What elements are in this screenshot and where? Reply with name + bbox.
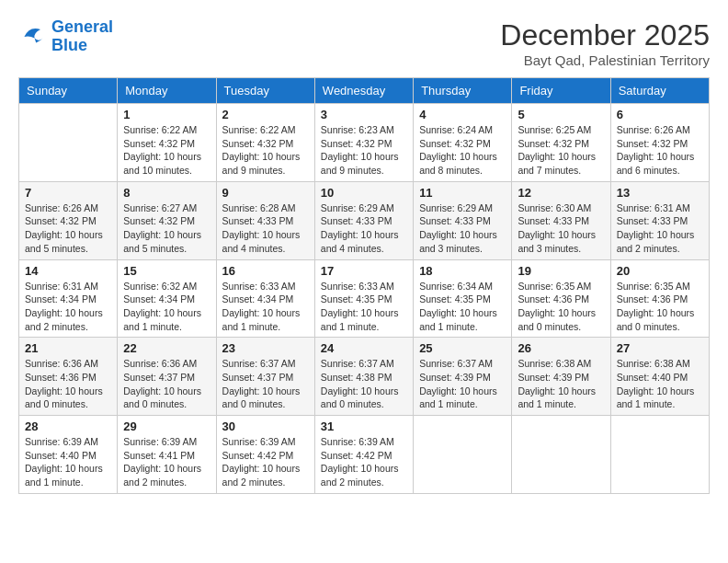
day-info: Sunrise: 6:36 AMSunset: 4:36 PMDaylight:… (25, 357, 111, 411)
page-subtitle: Bayt Qad, Palestinian Territory (500, 52, 710, 68)
calendar-cell: 23Sunrise: 6:37 AMSunset: 4:37 PMDayligh… (216, 338, 314, 416)
logo: General Blue (18, 18, 113, 55)
day-number: 18 (419, 264, 506, 278)
day-number: 9 (222, 186, 309, 200)
calendar-table: SundayMondayTuesdayWednesdayThursdayFrid… (18, 77, 710, 494)
calendar-cell: 3Sunrise: 6:23 AMSunset: 4:32 PMDaylight… (314, 104, 413, 182)
day-info: Sunrise: 6:28 AMSunset: 4:33 PMDaylight:… (222, 201, 309, 256)
calendar-cell: 26Sunrise: 6:38 AMSunset: 4:39 PMDayligh… (512, 338, 610, 416)
day-info: Sunrise: 6:39 AMSunset: 4:40 PMDaylight:… (25, 435, 111, 489)
day-info: Sunrise: 6:33 AMSunset: 4:34 PMDaylight:… (222, 280, 309, 334)
day-info: Sunrise: 6:32 AMSunset: 4:34 PMDaylight:… (123, 280, 210, 334)
day-number: 24 (321, 341, 407, 355)
day-info: Sunrise: 6:29 AMSunset: 4:33 PMDaylight:… (419, 201, 506, 256)
day-info: Sunrise: 6:30 AMSunset: 4:33 PMDaylight:… (518, 201, 604, 256)
calendar-cell: 14Sunrise: 6:31 AMSunset: 4:34 PMDayligh… (19, 259, 118, 338)
page-title: December 2025 (500, 18, 710, 52)
day-number: 4 (419, 108, 506, 121)
logo-text-line2: Blue (51, 37, 113, 55)
day-number: 21 (25, 341, 111, 355)
calendar-cell: 19Sunrise: 6:35 AMSunset: 4:36 PMDayligh… (512, 259, 610, 338)
calendar-cell: 21Sunrise: 6:36 AMSunset: 4:36 PMDayligh… (19, 338, 118, 416)
weekday-header-friday: Friday (512, 78, 610, 104)
calendar-cell: 17Sunrise: 6:33 AMSunset: 4:35 PMDayligh… (314, 259, 413, 338)
day-info: Sunrise: 6:22 AMSunset: 4:32 PMDaylight:… (123, 123, 210, 178)
weekday-header-wednesday: Wednesday (314, 78, 413, 104)
calendar-cell: 13Sunrise: 6:31 AMSunset: 4:33 PMDayligh… (610, 181, 709, 259)
weekday-header-tuesday: Tuesday (216, 78, 314, 104)
day-number: 1 (123, 108, 210, 121)
calendar-cell: 29Sunrise: 6:39 AMSunset: 4:41 PMDayligh… (118, 416, 216, 494)
day-info: Sunrise: 6:25 AMSunset: 4:32 PMDaylight:… (518, 123, 604, 178)
day-number: 5 (518, 108, 604, 121)
day-number: 6 (617, 108, 703, 121)
weekday-header-row: SundayMondayTuesdayWednesdayThursdayFrid… (19, 78, 710, 104)
calendar-cell: 11Sunrise: 6:29 AMSunset: 4:33 PMDayligh… (414, 181, 512, 259)
calendar-cell: 16Sunrise: 6:33 AMSunset: 4:34 PMDayligh… (216, 259, 314, 338)
calendar-week-4: 21Sunrise: 6:36 AMSunset: 4:36 PMDayligh… (19, 338, 710, 416)
weekday-header-thursday: Thursday (414, 78, 512, 104)
calendar-cell: 1Sunrise: 6:22 AMSunset: 4:32 PMDaylight… (118, 104, 216, 182)
day-number: 23 (222, 341, 309, 355)
day-info: Sunrise: 6:35 AMSunset: 4:36 PMDaylight:… (518, 280, 604, 334)
day-info: Sunrise: 6:38 AMSunset: 4:39 PMDaylight:… (518, 357, 604, 411)
day-info: Sunrise: 6:36 AMSunset: 4:37 PMDaylight:… (123, 357, 210, 411)
calendar-cell: 7Sunrise: 6:26 AMSunset: 4:32 PMDaylight… (19, 181, 118, 259)
calendar-cell: 5Sunrise: 6:25 AMSunset: 4:32 PMDaylight… (512, 104, 610, 182)
calendar-cell: 8Sunrise: 6:27 AMSunset: 4:32 PMDaylight… (118, 181, 216, 259)
day-info: Sunrise: 6:39 AMSunset: 4:42 PMDaylight:… (321, 435, 407, 489)
day-number: 19 (518, 264, 604, 278)
day-info: Sunrise: 6:33 AMSunset: 4:35 PMDaylight:… (321, 280, 407, 334)
calendar-cell: 10Sunrise: 6:29 AMSunset: 4:33 PMDayligh… (314, 181, 413, 259)
day-number: 31 (321, 419, 407, 433)
day-number: 28 (25, 419, 111, 433)
day-info: Sunrise: 6:31 AMSunset: 4:33 PMDaylight:… (617, 201, 703, 256)
calendar-cell (610, 416, 709, 494)
logo-text-line1: General (51, 18, 113, 37)
header: General Blue December 2025 Bayt Qad, Pal… (18, 18, 710, 68)
day-number: 2 (222, 108, 309, 121)
day-number: 27 (617, 341, 703, 355)
calendar-cell: 2Sunrise: 6:22 AMSunset: 4:32 PMDaylight… (216, 104, 314, 182)
day-info: Sunrise: 6:29 AMSunset: 4:33 PMDaylight:… (321, 201, 407, 256)
logo-icon (18, 22, 48, 52)
day-number: 22 (123, 341, 210, 355)
day-info: Sunrise: 6:23 AMSunset: 4:32 PMDaylight:… (321, 123, 407, 178)
calendar-cell: 20Sunrise: 6:35 AMSunset: 4:36 PMDayligh… (610, 259, 709, 338)
day-info: Sunrise: 6:37 AMSunset: 4:38 PMDaylight:… (321, 357, 407, 411)
day-info: Sunrise: 6:34 AMSunset: 4:35 PMDaylight:… (419, 280, 506, 334)
calendar-cell: 31Sunrise: 6:39 AMSunset: 4:42 PMDayligh… (314, 416, 413, 494)
calendar-cell: 30Sunrise: 6:39 AMSunset: 4:42 PMDayligh… (216, 416, 314, 494)
day-number: 3 (321, 108, 407, 121)
calendar-cell: 25Sunrise: 6:37 AMSunset: 4:39 PMDayligh… (414, 338, 512, 416)
calendar-cell (19, 104, 118, 182)
day-number: 12 (518, 186, 604, 200)
calendar-cell: 24Sunrise: 6:37 AMSunset: 4:38 PMDayligh… (314, 338, 413, 416)
calendar-cell (414, 416, 512, 494)
day-info: Sunrise: 6:37 AMSunset: 4:37 PMDaylight:… (222, 357, 309, 411)
day-number: 13 (617, 186, 703, 200)
day-info: Sunrise: 6:24 AMSunset: 4:32 PMDaylight:… (419, 123, 506, 178)
day-info: Sunrise: 6:39 AMSunset: 4:42 PMDaylight:… (222, 435, 309, 489)
day-number: 30 (222, 419, 309, 433)
calendar-cell: 15Sunrise: 6:32 AMSunset: 4:34 PMDayligh… (118, 259, 216, 338)
title-area: December 2025 Bayt Qad, Palestinian Terr… (500, 18, 710, 68)
day-number: 16 (222, 264, 309, 278)
day-info: Sunrise: 6:26 AMSunset: 4:32 PMDaylight:… (25, 201, 111, 256)
day-number: 15 (123, 264, 210, 278)
day-number: 8 (123, 186, 210, 200)
day-number: 14 (25, 264, 111, 278)
calendar-cell: 6Sunrise: 6:26 AMSunset: 4:32 PMDaylight… (610, 104, 709, 182)
calendar-week-3: 14Sunrise: 6:31 AMSunset: 4:34 PMDayligh… (19, 259, 710, 338)
calendar-week-1: 1Sunrise: 6:22 AMSunset: 4:32 PMDaylight… (19, 104, 710, 182)
day-number: 10 (321, 186, 407, 200)
calendar-cell: 27Sunrise: 6:38 AMSunset: 4:40 PMDayligh… (610, 338, 709, 416)
day-number: 26 (518, 341, 604, 355)
calendar-week-2: 7Sunrise: 6:26 AMSunset: 4:32 PMDaylight… (19, 181, 710, 259)
calendar-cell: 28Sunrise: 6:39 AMSunset: 4:40 PMDayligh… (19, 416, 118, 494)
calendar-cell: 4Sunrise: 6:24 AMSunset: 4:32 PMDaylight… (414, 104, 512, 182)
weekday-header-sunday: Sunday (19, 78, 118, 104)
calendar-cell (512, 416, 610, 494)
calendar-cell: 12Sunrise: 6:30 AMSunset: 4:33 PMDayligh… (512, 181, 610, 259)
day-number: 20 (617, 264, 703, 278)
